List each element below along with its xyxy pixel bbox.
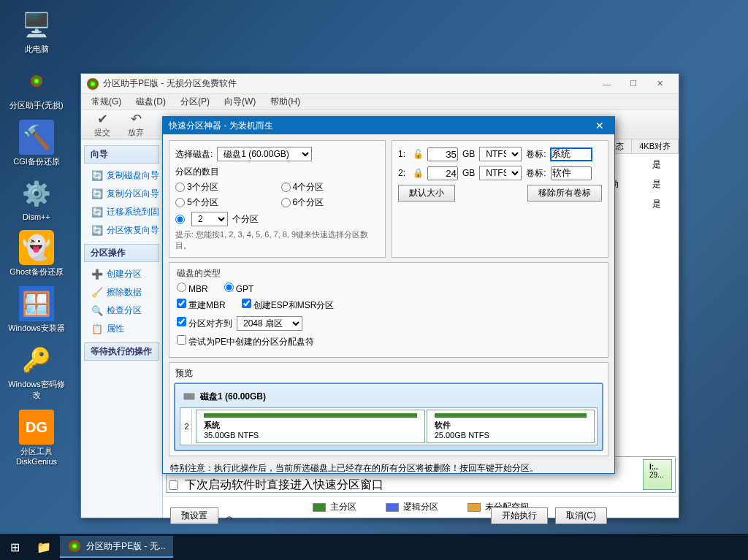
desktop-icon-wininstall[interactable]: 🪟Windows安装器 [7,286,66,334]
radio-5[interactable]: 5个分区 [175,196,274,209]
cancel-button[interactable]: 取消(C) [555,507,607,524]
size-input-1[interactable] [427,147,458,161]
ghost-icon: 👻 [19,230,54,265]
desktop-icon-dism[interactable]: ⚙️Dism++ [7,176,66,221]
check-create-esp[interactable]: 创建ESP和MSR分区 [242,299,335,312]
sidebar-create[interactable]: ➕创建分区 [81,265,162,283]
radio-gpt[interactable]: GPT [224,283,254,294]
radio-custom[interactable]: 2 个分区 [175,212,379,226]
sidebar-header-pending: 等待执行的操作 [84,342,159,361]
radio-6[interactable]: 6个分区 [281,196,380,209]
copy-disk-icon: 🔄 [91,170,103,182]
menu-disk[interactable]: 磁盘(D) [129,94,173,110]
file-explorer-button[interactable]: 📁 [29,534,58,560]
desktop-icon-ghost[interactable]: 👻Ghost备份还原 [7,230,66,277]
check-align[interactable]: 分区对齐到 [177,317,232,330]
fs-select-1[interactable]: NTFS [479,147,522,161]
menu-partition[interactable]: 分区(P) [173,94,217,110]
partition-segment[interactable]: I:.. 29... [643,459,672,490]
create-icon: ➕ [91,269,103,280]
key-icon: 🔑 [19,342,54,377]
remove-labels-button[interactable]: 移除所有卷标 [527,185,602,202]
migrate-icon: 🔄 [91,207,103,218]
sidebar-copy-partition[interactable]: 🔄复制分区向导 [81,185,162,203]
menu-general[interactable]: 常规(G) [84,94,129,110]
start-button[interactable]: 开始执行 [491,507,548,524]
maximize-button[interactable]: ☐ [620,75,646,93]
undo-icon: ↶ [131,111,142,127]
volume-input-2[interactable] [551,166,592,180]
menu-wizard[interactable]: 向导(W) [217,94,263,110]
svg-point-1 [191,396,193,397]
radio-4[interactable]: 4个分区 [281,181,380,193]
desktop-icon-cgi[interactable]: 🔨CGI备份还原 [7,120,66,167]
disk-type-fieldset: 磁盘的类型 MBR GPT 重建MBR 创建ESP和MSR分区 分区对齐到 20… [169,262,608,358]
desktop-icon-winpwd[interactable]: 🔑Windows密码修改 [7,342,66,401]
dialog-left-panel: 选择磁盘: 磁盘1 (60.00GB) 分区的数目 3个分区 4个分区 5个分区… [169,140,386,258]
partition-row-1: 1: 🔓 GB NTFS 卷标: [398,147,602,161]
preview-index: 2 [182,410,192,443]
recover-icon: 🔄 [91,225,103,237]
preview-disk: 磁盘1 (60.00GB) 2 系统 35.00GB NTFS 软件 25.00… [174,383,603,451]
hdd-icon [183,390,196,403]
desktop-icon-partition[interactable]: 分区助手(无损) [7,64,66,111]
sidebar-header-wizard: 向导 [84,145,159,164]
minimize-button[interactable]: — [594,75,620,93]
dialog-title: 快速分区神器 - 为装机而生 [169,120,591,132]
partition-row-2: 2: 🔒 GB NTFS 卷标: [398,166,602,180]
unlock-icon[interactable]: 🔓 [413,149,423,159]
select-disk-label: 选择磁盘: [175,148,213,161]
preview-segment-1[interactable]: 系统 35.00GB NTFS [196,410,425,443]
check-next-open[interactable]: 下次启动软件时直接进入快速分区窗口 [169,477,608,493]
sidebar-recover[interactable]: 🔄分区恢复向导 [81,221,162,239]
commit-button[interactable]: ✔提交 [85,110,119,139]
titlebar[interactable]: 分区助手PE版 - 无损分区免费软件 — ☐ ✕ [81,74,679,94]
partition-count-label: 分区的数目 [175,166,379,178]
preview-segment-2[interactable]: 软件 25.00GB NTFS [427,410,595,443]
expand-icon[interactable]: ︽ [226,511,233,521]
sidebar: 向导 🔄复制磁盘向导 🔄复制分区向导 🔄迁移系统到固 🔄分区恢复向导 分区操作 … [81,139,163,518]
radio-mbr[interactable]: MBR [177,283,208,294]
dialog-footer: 预设置 ︽ 开始执行 取消(C) [163,503,614,529]
start-button[interactable]: ⊞ [0,534,29,560]
dialog-titlebar[interactable]: 快速分区神器 - 为装机而生 ✕ [163,117,614,134]
sidebar-copy-disk[interactable]: 🔄复制磁盘向导 [81,166,162,185]
radio-3[interactable]: 3个分区 [175,181,274,193]
desktop-icon-diskgenius[interactable]: DG分区工具DiskGenius [7,410,66,466]
sidebar-wipe[interactable]: 🧹擦除数据 [81,283,162,302]
close-button[interactable]: ✕ [646,75,673,93]
sidebar-check[interactable]: 🔍检查分区 [81,302,162,320]
desktop-icon-thispc[interactable]: 🖥️此电脑 [7,7,66,55]
disk-icon: DG [19,410,54,445]
check-icon: ✔ [97,111,108,127]
taskbar-app[interactable]: 分区助手PE版 - 无... [60,536,173,558]
menu-help[interactable]: 帮助(H) [263,94,308,110]
app-icon [87,78,99,90]
fs-select-2[interactable]: NTFS [479,166,522,180]
th-4kb[interactable]: 4KB对齐 [632,139,679,153]
align-select[interactable]: 2048 扇区 [237,316,302,331]
hammer-icon: 🔨 [19,120,54,155]
sidebar-header-ops: 分区操作 [84,244,159,262]
menubar: 常规(G) 磁盘(D) 分区(P) 向导(W) 帮助(H) [81,94,679,110]
warning-text: 特别注意：执行此操作后，当前所选磁盘上已经存在的所有分区将被删除！按回车键开始分… [169,462,608,475]
size-input-2[interactable] [427,166,458,180]
custom-count-select[interactable]: 2 [191,212,228,226]
props-icon: 📋 [91,323,103,335]
window-title: 分区助手PE版 - 无损分区免费软件 [103,77,594,90]
preset-button[interactable]: 预设置 [170,507,218,524]
sidebar-migrate[interactable]: 🔄迁移系统到固 [81,203,162,221]
check-rebuild-mbr[interactable]: 重建MBR [177,299,226,312]
lock-icon[interactable]: 🔒 [413,168,423,178]
volume-input-1[interactable] [551,148,592,161]
discard-button[interactable]: ↶放弃 [119,110,153,139]
dialog-close-button[interactable]: ✕ [591,120,608,131]
hint-text: 提示: 您能按1, 2, 3, 4, 5, 6, 7, 8, 9键来快速选择分区… [175,229,379,251]
sidebar-props[interactable]: 📋属性 [81,320,162,338]
default-size-button[interactable]: 默认大小 [398,185,455,202]
select-disk-dropdown[interactable]: 磁盘1 (60.00GB) [217,147,312,161]
preview-panel: 预览 磁盘1 (60.00GB) 2 系统 35.00GB NTFS 软件 [169,362,608,456]
dialog-right-panel: 1: 🔓 GB NTFS 卷标: 2: 🔒 GB NTFS 卷标: [392,140,608,258]
check-try-pe[interactable]: 尝试为PE中创建的分区分配盘符 [177,335,314,348]
app-icon [69,540,80,552]
